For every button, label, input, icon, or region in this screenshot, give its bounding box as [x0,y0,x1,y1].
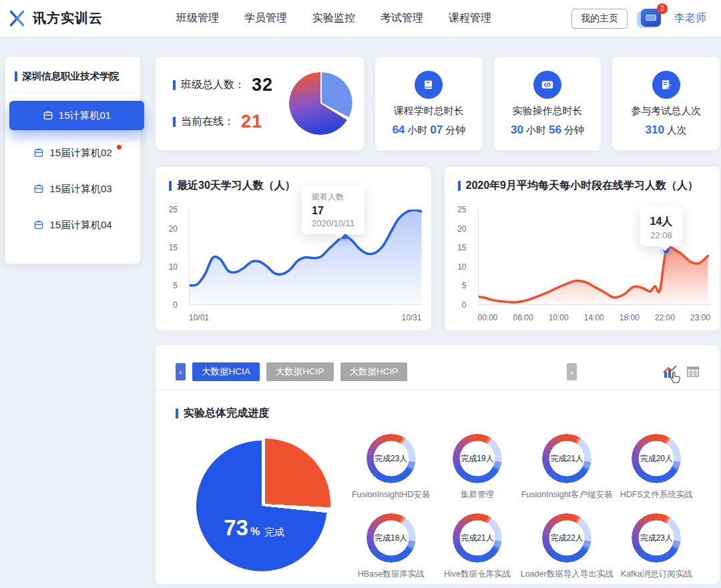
area-fill [479,248,708,304]
table-view-icon[interactable] [686,365,700,378]
stat-value: 310 人次 [645,123,686,137]
tooltip-value: 17 [312,205,354,217]
learning-trend-chart-card: 最近30天学习人数（人） 2520151050 10 [156,167,431,330]
donut-ring-chart: 完成23人 [632,513,681,563]
sidebar-item-label: 15届计算机02 [49,147,111,160]
charts-row: 最近30天学习人数（人） 2520151050 10 [156,167,720,330]
experiment-progress-card: ‹ 大数据HCIA 大数据HCIP 大数据HCIP › [156,345,720,584]
donut-hbase: 完成18人 HBase数据库实战 [348,509,434,580]
tab-bigdata-hcip-1[interactable]: 大数据HCIP [266,362,334,381]
tooltip-date: 2020/10/11 [312,218,354,228]
tooltip-time: 22:08 [650,230,673,240]
pie-slice-incomplete [200,438,330,569]
x-axis-ticks: 10/0110/31 [189,313,422,322]
chart-title-row: 2020年9月平均每天每小时段在线学习人数（人） [445,167,720,193]
tabs-next-arrow[interactable]: › [567,363,577,380]
stats-row: 班级总人数： 32 当前在线： 21 [156,57,720,150]
tabs-prev-arrow[interactable]: ‹ [176,363,186,380]
donut-client-install: 完成21人 FusionInsight客户端安装 [521,430,614,501]
donut-hdfs: 完成20人 HDFS文件系统实战 [614,430,700,501]
sidebar-item-class-03[interactable]: 15届计算机03 [5,176,140,202]
stat-title: 参与考试总人次 [631,105,701,117]
class-total-label: 班级总人数： [181,78,245,92]
sidebar-item-class-04[interactable]: 15届计算机04 [5,212,140,238]
school-header: 深圳信息职业技术学院 [5,57,140,93]
donut-ring-chart: 完成23人 [367,434,416,483]
mouse-cursor-hand [669,370,682,385]
donut-kafka: 完成23人 Kafka消息订阅实战 [614,509,700,580]
nav-class-management[interactable]: 班级管理 [176,11,219,25]
chart-title: 最近30天学习人数（人） [177,179,296,193]
sidebar-item-label: 15届计算机04 [49,219,111,232]
tooltip-value: 14人 [650,215,673,229]
class-summary-card: 班级总人数： 32 当前在线： 21 [156,57,364,150]
nav-student-management[interactable]: 学员管理 [244,11,287,25]
class-icon [33,184,44,194]
code-icon [533,71,561,99]
online-label: 当前在线： [181,115,234,129]
online-row: 当前在线： 21 [173,111,289,132]
avatar[interactable]: 3 [637,7,665,31]
overall-progress-pie-chart: 73 % 完成 [196,440,327,571]
donut-ring-chart: 完成22人 [542,513,591,563]
sidebar: 深圳信息职业技术学院 15计算机01 15届计算机02 15届计算机03 15届… [5,57,140,264]
class-total-value: 32 [252,75,273,95]
title-accent-bar [176,408,178,418]
title-accent-bar [173,117,176,127]
y-axis-ticks: 2520151050 [156,205,184,310]
title-accent-bar [458,181,461,191]
current-user-name[interactable]: 李老师 [674,11,706,25]
unread-dot [117,145,122,150]
sidebar-item-label: 15届计算机03 [49,183,111,196]
lab-hours-card: 实验操作总时长 30 小时 56 分钟 [494,57,602,150]
stat-value: 30 小时 56 分钟 [511,123,584,137]
donut-fusioninsighthd: 完成23人 FusionInsightHD安装 [348,430,434,501]
course-hours-card: 课程学时总时长 64 小时 07 分钟 [375,57,483,150]
nav-experiment-monitor[interactable]: 实验监控 [312,11,355,25]
experiment-donut-grid: 完成23人 FusionInsightHD安装 完成19人 集群管理 完成21人… [348,430,700,580]
chart-tooltip: 14人 22:08 [640,207,683,246]
online-value: 21 [241,111,262,132]
donut-ring-chart: 完成18人 [367,513,416,563]
chart-tooltip: 观看人数 17 2020/10/11 [302,186,365,234]
tab-bigdata-hcip-2[interactable]: 大数据HCIP [340,362,408,381]
exam-count-card: 参与考试总人次 310 人次 [612,57,720,150]
my-homepage-button[interactable]: 我的主页 [571,9,628,29]
online-ratio-pie-chart [289,72,352,135]
sidebar-item-class-02[interactable]: 15届计算机02 [5,139,140,166]
title-accent-bar [15,71,17,81]
title-accent-bar [169,181,172,191]
app-logo: 讯方实训云 [8,9,103,27]
pie-slice-minor [291,72,352,133]
main-nav: 班级管理 学员管理 实验监控 考试管理 课程管理 [176,11,491,25]
class-total-row: 班级总人数： 32 [173,75,289,95]
book-icon [415,71,443,99]
stat-value: 64 小时 07 分钟 [392,123,465,137]
exam-icon [652,71,680,99]
chart-title: 2020年9月平均每天每小时段在线学习人数（人） [466,179,699,193]
class-icon [43,110,53,121]
title-accent-bar [173,80,176,90]
tooltip-label: 观看人数 [312,192,354,203]
pie-center-label: 73 % 完成 [224,515,284,541]
nav-course-management[interactable]: 课程管理 [449,11,491,25]
logo-x-icon [8,9,26,27]
app-title: 讯方实训云 [33,9,103,27]
nav-exam-management[interactable]: 考试管理 [381,11,423,25]
tab-bigdata-hcia[interactable]: 大数据HCIA [192,362,260,381]
donut-hive: 完成21人 Hive数据仓库实战 [434,509,520,580]
donut-ring-chart: 完成21人 [453,513,502,563]
class-icon [33,220,44,230]
donut-ring-chart: 完成21人 [542,434,591,483]
stat-title: 实验操作总时长 [513,105,583,117]
x-axis-ticks: 00:0006:0010:0014:0018:0022:0023:00 [478,313,711,322]
donut-ring-chart: 完成19人 [453,434,502,483]
sidebar-item-class-01[interactable]: 15计算机01 [9,101,144,130]
class-icon [33,148,44,158]
hourly-online-chart-card: 2020年9月平均每天每小时段在线学习人数（人） 2520151050 [445,167,720,330]
donut-ring-chart: 完成20人 [632,434,681,483]
top-navbar: 讯方实训云 班级管理 学员管理 实验监控 考试管理 课程管理 我的主页 3 李老… [0,0,721,37]
donut-cluster-mgmt: 完成19人 集群管理 [434,430,520,501]
notification-badge[interactable]: 3 [657,3,668,14]
donut-loader: 完成22人 Loader数据导入导出实战 [521,509,614,580]
